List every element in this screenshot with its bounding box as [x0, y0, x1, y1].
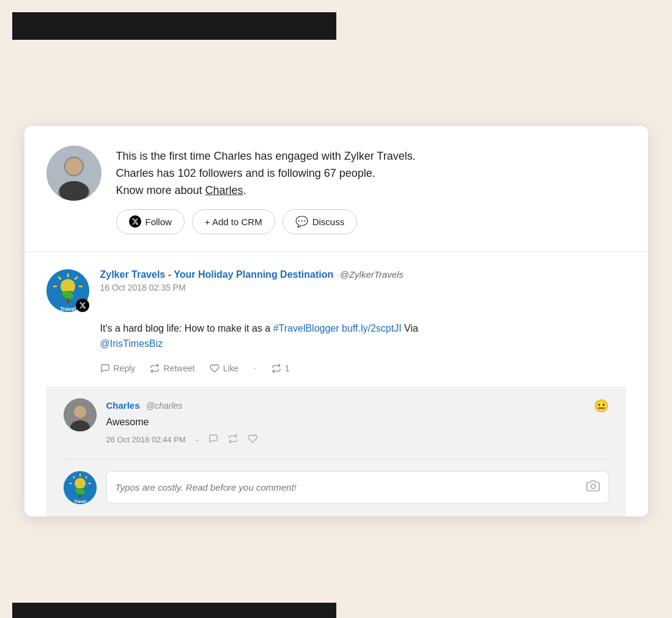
follow-label: Follow: [146, 217, 172, 227]
svg-line-24: [73, 477, 75, 478]
twitter-badge-icon: [76, 299, 89, 312]
tweet-hashtag[interactable]: #TravelBlogger: [273, 323, 339, 333]
retweet-count: 1: [285, 363, 290, 373]
desc-line3-prefix: Know more about: [116, 184, 205, 196]
sentiment-icon[interactable]: 😐: [594, 398, 609, 413]
reply-timestamp: 26 Oct 2018 02:44 PM: [106, 435, 186, 444]
reply-time-row: 26 Oct 2018 02:44 PM -: [106, 434, 609, 446]
user-avatar: [46, 146, 102, 201]
camera-icon[interactable]: [586, 479, 600, 496]
tweet-handle: @ZylkerTravels: [340, 269, 404, 280]
reply-mini-like-icon[interactable]: [248, 434, 257, 446]
charles-link[interactable]: Charles: [205, 184, 243, 196]
discuss-button[interactable]: 💬 Discuss: [282, 209, 358, 234]
add-to-crm-label: + Add to CRM: [205, 217, 262, 227]
comment-input-wrapper[interactable]: [106, 471, 609, 504]
user-description: This is the first time Charles has engag…: [116, 148, 626, 199]
reply-content: Charles @charles 😐 Awesome 26 Oct 2018 0…: [106, 398, 609, 446]
user-text: This is the first time Charles has engag…: [116, 146, 626, 234]
desc-line1: This is the first time Charles has engag…: [116, 150, 416, 162]
reply-mini-comment-icon[interactable]: [209, 434, 218, 446]
discuss-icon: 💬: [295, 215, 308, 228]
nested-section: Charles @charles 😐 Awesome 26 Oct 2018 0…: [46, 386, 626, 516]
tweet-meta: Zylker Travels - Your Holiday Planning D…: [100, 269, 626, 292]
reply-time-separator: -: [196, 434, 199, 445]
reply-handle: @charles: [146, 401, 182, 411]
svg-line-22: [86, 477, 87, 478]
tweet-avatar-wrapper: Travel: [46, 269, 89, 312]
svg-text:Travel: Travel: [59, 306, 75, 312]
svg-point-20: [75, 478, 86, 489]
reply-mini-retweet-icon[interactable]: [228, 434, 238, 446]
user-info-section: This is the first time Charles has engag…: [24, 126, 648, 252]
svg-text:Travel: Travel: [73, 499, 86, 504]
reply-action[interactable]: Reply: [100, 363, 136, 373]
twitter-icon: [129, 215, 141, 228]
comment-avatar: Travel: [64, 471, 97, 504]
black-bar-bottom: [12, 603, 336, 618]
svg-point-30: [591, 485, 595, 489]
reply-name: Charles: [106, 400, 140, 411]
tweet-section: Travel Zylker Travels - Your Holiday Pla…: [24, 252, 648, 516]
reply-header: Charles @charles 😐: [106, 398, 609, 413]
black-bar-left: [12, 12, 336, 40]
tweet-link[interactable]: buff.ly/2scptJI: [342, 323, 402, 333]
reply-avatar: [64, 398, 97, 431]
tweet-account-name[interactable]: Zylker Travels - Your Holiday Planning D…: [100, 269, 334, 280]
main-card: This is the first time Charles has engag…: [24, 126, 648, 516]
user-avatar-wrapper: [46, 146, 102, 201]
tweet-actions: Reply Retweet Like - 1: [100, 363, 626, 386]
desc-line3-suffix: .: [243, 184, 246, 196]
outer-wrapper: This is the first time Charles has engag…: [12, 12, 660, 618]
svg-point-3: [65, 158, 83, 175]
tweet-content-prefix: It's a hard blog life: How to make it as…: [100, 323, 273, 333]
tweet-timestamp: 16 Oct 2018 02:35 PM: [100, 283, 626, 292]
comment-input[interactable]: [116, 482, 586, 493]
tweet-content: It's a hard blog life: How to make it as…: [100, 321, 626, 352]
reply-label: Reply: [114, 363, 136, 373]
tweet-content-suffix: Via: [402, 323, 418, 333]
retweet-count-action[interactable]: 1: [271, 363, 290, 373]
tweet-header: Travel Zylker Travels - Your Holiday Pla…: [46, 269, 626, 312]
svg-point-17: [74, 406, 86, 418]
reply-tweet: Charles @charles 😐 Awesome 26 Oct 2018 0…: [64, 398, 609, 446]
desc-line2: Charles has 102 followers and is followi…: [116, 167, 375, 179]
reply-text: Awesome: [106, 417, 609, 428]
discuss-label: Discuss: [312, 217, 345, 227]
action-buttons: Follow + Add to CRM 💬 Discuss: [116, 209, 626, 234]
retweet-label: Retweet: [163, 363, 194, 373]
follow-button[interactable]: Follow: [116, 209, 185, 234]
comment-input-row: Travel: [64, 458, 609, 504]
tweet-mention[interactable]: @IrisTimesBiz: [100, 338, 163, 349]
like-label: Like: [223, 363, 239, 373]
add-to-crm-button[interactable]: + Add to CRM: [192, 209, 275, 234]
retweet-action[interactable]: Retweet: [150, 363, 194, 373]
separator: -: [253, 363, 256, 374]
like-action[interactable]: Like: [210, 363, 239, 373]
